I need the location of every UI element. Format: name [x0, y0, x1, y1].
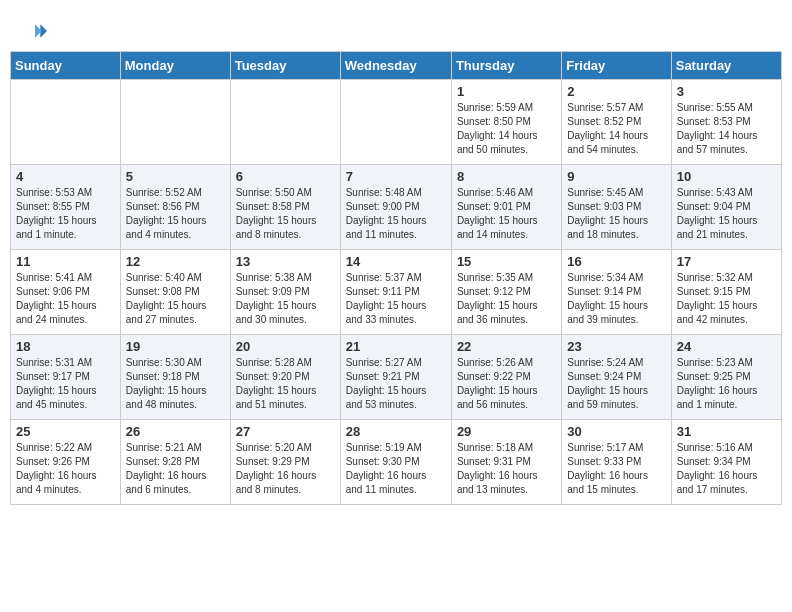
weekday-header-row: SundayMondayTuesdayWednesdayThursdayFrid… [11, 52, 782, 80]
day-number: 26 [126, 424, 225, 439]
day-number: 7 [346, 169, 446, 184]
day-cell: 9Sunrise: 5:45 AM Sunset: 9:03 PM Daylig… [562, 165, 671, 250]
day-info: Sunrise: 5:31 AM Sunset: 9:17 PM Dayligh… [16, 356, 115, 412]
day-info: Sunrise: 5:59 AM Sunset: 8:50 PM Dayligh… [457, 101, 556, 157]
day-cell: 17Sunrise: 5:32 AM Sunset: 9:15 PM Dayli… [671, 250, 781, 335]
day-number: 17 [677, 254, 776, 269]
day-info: Sunrise: 5:41 AM Sunset: 9:06 PM Dayligh… [16, 271, 115, 327]
day-cell: 22Sunrise: 5:26 AM Sunset: 9:22 PM Dayli… [451, 335, 561, 420]
day-cell [120, 80, 230, 165]
day-cell: 19Sunrise: 5:30 AM Sunset: 9:18 PM Dayli… [120, 335, 230, 420]
day-cell: 24Sunrise: 5:23 AM Sunset: 9:25 PM Dayli… [671, 335, 781, 420]
week-row-1: 1Sunrise: 5:59 AM Sunset: 8:50 PM Daylig… [11, 80, 782, 165]
day-info: Sunrise: 5:40 AM Sunset: 9:08 PM Dayligh… [126, 271, 225, 327]
day-cell: 3Sunrise: 5:55 AM Sunset: 8:53 PM Daylig… [671, 80, 781, 165]
day-number: 29 [457, 424, 556, 439]
day-info: Sunrise: 5:48 AM Sunset: 9:00 PM Dayligh… [346, 186, 446, 242]
page-header [10, 10, 782, 46]
day-number: 15 [457, 254, 556, 269]
day-cell [11, 80, 121, 165]
day-cell: 10Sunrise: 5:43 AM Sunset: 9:04 PM Dayli… [671, 165, 781, 250]
day-cell: 30Sunrise: 5:17 AM Sunset: 9:33 PM Dayli… [562, 420, 671, 505]
day-cell [340, 80, 451, 165]
day-number: 24 [677, 339, 776, 354]
day-number: 14 [346, 254, 446, 269]
week-row-3: 11Sunrise: 5:41 AM Sunset: 9:06 PM Dayli… [11, 250, 782, 335]
day-number: 13 [236, 254, 335, 269]
day-number: 1 [457, 84, 556, 99]
day-cell: 2Sunrise: 5:57 AM Sunset: 8:52 PM Daylig… [562, 80, 671, 165]
weekday-header-wednesday: Wednesday [340, 52, 451, 80]
day-info: Sunrise: 5:17 AM Sunset: 9:33 PM Dayligh… [567, 441, 665, 497]
day-number: 2 [567, 84, 665, 99]
day-info: Sunrise: 5:21 AM Sunset: 9:28 PM Dayligh… [126, 441, 225, 497]
day-number: 31 [677, 424, 776, 439]
day-number: 11 [16, 254, 115, 269]
day-cell: 27Sunrise: 5:20 AM Sunset: 9:29 PM Dayli… [230, 420, 340, 505]
day-cell: 26Sunrise: 5:21 AM Sunset: 9:28 PM Dayli… [120, 420, 230, 505]
day-cell: 5Sunrise: 5:52 AM Sunset: 8:56 PM Daylig… [120, 165, 230, 250]
day-cell [230, 80, 340, 165]
day-cell: 31Sunrise: 5:16 AM Sunset: 9:34 PM Dayli… [671, 420, 781, 505]
day-cell: 23Sunrise: 5:24 AM Sunset: 9:24 PM Dayli… [562, 335, 671, 420]
day-info: Sunrise: 5:32 AM Sunset: 9:15 PM Dayligh… [677, 271, 776, 327]
day-number: 12 [126, 254, 225, 269]
day-cell: 1Sunrise: 5:59 AM Sunset: 8:50 PM Daylig… [451, 80, 561, 165]
day-number: 28 [346, 424, 446, 439]
logo [20, 20, 50, 41]
day-cell: 11Sunrise: 5:41 AM Sunset: 9:06 PM Dayli… [11, 250, 121, 335]
day-number: 22 [457, 339, 556, 354]
weekday-header-sunday: Sunday [11, 52, 121, 80]
day-cell: 16Sunrise: 5:34 AM Sunset: 9:14 PM Dayli… [562, 250, 671, 335]
weekday-header-friday: Friday [562, 52, 671, 80]
day-info: Sunrise: 5:57 AM Sunset: 8:52 PM Dayligh… [567, 101, 665, 157]
day-number: 23 [567, 339, 665, 354]
day-number: 5 [126, 169, 225, 184]
day-number: 8 [457, 169, 556, 184]
day-info: Sunrise: 5:46 AM Sunset: 9:01 PM Dayligh… [457, 186, 556, 242]
day-number: 10 [677, 169, 776, 184]
day-info: Sunrise: 5:20 AM Sunset: 9:29 PM Dayligh… [236, 441, 335, 497]
day-number: 19 [126, 339, 225, 354]
day-cell: 18Sunrise: 5:31 AM Sunset: 9:17 PM Dayli… [11, 335, 121, 420]
day-info: Sunrise: 5:27 AM Sunset: 9:21 PM Dayligh… [346, 356, 446, 412]
day-info: Sunrise: 5:38 AM Sunset: 9:09 PM Dayligh… [236, 271, 335, 327]
day-info: Sunrise: 5:45 AM Sunset: 9:03 PM Dayligh… [567, 186, 665, 242]
week-row-4: 18Sunrise: 5:31 AM Sunset: 9:17 PM Dayli… [11, 335, 782, 420]
day-info: Sunrise: 5:30 AM Sunset: 9:18 PM Dayligh… [126, 356, 225, 412]
day-cell: 13Sunrise: 5:38 AM Sunset: 9:09 PM Dayli… [230, 250, 340, 335]
day-cell: 25Sunrise: 5:22 AM Sunset: 9:26 PM Dayli… [11, 420, 121, 505]
day-number: 30 [567, 424, 665, 439]
day-info: Sunrise: 5:28 AM Sunset: 9:20 PM Dayligh… [236, 356, 335, 412]
day-cell: 29Sunrise: 5:18 AM Sunset: 9:31 PM Dayli… [451, 420, 561, 505]
day-cell: 6Sunrise: 5:50 AM Sunset: 8:58 PM Daylig… [230, 165, 340, 250]
day-number: 3 [677, 84, 776, 99]
day-number: 9 [567, 169, 665, 184]
day-info: Sunrise: 5:18 AM Sunset: 9:31 PM Dayligh… [457, 441, 556, 497]
day-info: Sunrise: 5:53 AM Sunset: 8:55 PM Dayligh… [16, 186, 115, 242]
day-info: Sunrise: 5:24 AM Sunset: 9:24 PM Dayligh… [567, 356, 665, 412]
day-cell: 21Sunrise: 5:27 AM Sunset: 9:21 PM Dayli… [340, 335, 451, 420]
day-number: 21 [346, 339, 446, 354]
day-cell: 7Sunrise: 5:48 AM Sunset: 9:00 PM Daylig… [340, 165, 451, 250]
day-info: Sunrise: 5:22 AM Sunset: 9:26 PM Dayligh… [16, 441, 115, 497]
day-info: Sunrise: 5:16 AM Sunset: 9:34 PM Dayligh… [677, 441, 776, 497]
day-cell: 20Sunrise: 5:28 AM Sunset: 9:20 PM Dayli… [230, 335, 340, 420]
day-info: Sunrise: 5:43 AM Sunset: 9:04 PM Dayligh… [677, 186, 776, 242]
day-info: Sunrise: 5:52 AM Sunset: 8:56 PM Dayligh… [126, 186, 225, 242]
day-number: 4 [16, 169, 115, 184]
day-cell: 14Sunrise: 5:37 AM Sunset: 9:11 PM Dayli… [340, 250, 451, 335]
logo-icon [20, 21, 50, 41]
weekday-header-monday: Monday [120, 52, 230, 80]
day-number: 6 [236, 169, 335, 184]
day-info: Sunrise: 5:55 AM Sunset: 8:53 PM Dayligh… [677, 101, 776, 157]
weekday-header-thursday: Thursday [451, 52, 561, 80]
day-info: Sunrise: 5:26 AM Sunset: 9:22 PM Dayligh… [457, 356, 556, 412]
day-number: 27 [236, 424, 335, 439]
day-number: 25 [16, 424, 115, 439]
week-row-2: 4Sunrise: 5:53 AM Sunset: 8:55 PM Daylig… [11, 165, 782, 250]
day-info: Sunrise: 5:37 AM Sunset: 9:11 PM Dayligh… [346, 271, 446, 327]
day-cell: 8Sunrise: 5:46 AM Sunset: 9:01 PM Daylig… [451, 165, 561, 250]
calendar-table: SundayMondayTuesdayWednesdayThursdayFrid… [10, 51, 782, 505]
weekday-header-saturday: Saturday [671, 52, 781, 80]
